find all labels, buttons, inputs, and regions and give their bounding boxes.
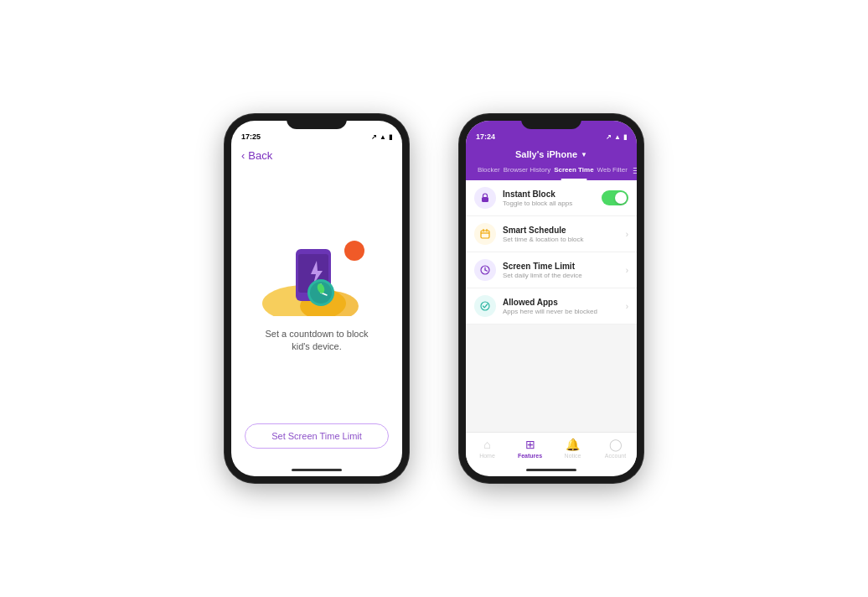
instant-block-subtitle: Toggle to block all apps [503,200,595,207]
screen-time-limit-chevron: › [626,266,628,275]
features-icon: ⊞ [525,438,535,451]
back-button[interactable]: Back [248,149,272,162]
set-screen-time-button[interactable]: Set Screen Time Limit [245,423,389,449]
screen-time-limit-icon [474,259,496,281]
status-icons-right: ↗ ▲ ▮ [606,133,627,141]
allowed-apps-icon [474,295,496,317]
instant-block-toggle[interactable] [602,190,628,205]
status-time-left: 17:25 [241,132,261,141]
wifi-icon: ▲ [380,133,386,141]
allowed-apps-text: Allowed Apps Apps here will never be blo… [503,298,619,315]
smart-schedule-subtitle: Set time & location to block [503,236,619,243]
svg-line-18 [485,270,488,271]
battery-icon: ▮ [389,133,392,141]
nav-account[interactable]: ◯ Account [594,438,637,459]
hamburger-icon[interactable]: ☰ [629,163,637,180]
battery-icon-r: ▮ [623,133,627,141]
status-time-right: 17:24 [476,132,495,141]
svg-rect-12 [481,231,489,238]
smart-schedule-chevron: › [626,230,628,239]
features-label: Features [518,453,542,459]
nav-home[interactable]: ⌂ Home [466,438,509,459]
allowed-apps-subtitle: Apps here will never be blocked [503,308,619,315]
location-icon: ↗ [371,133,377,141]
screen-time-limit-text: Screen Time Limit Set daily limit of the… [503,262,619,279]
device-dropdown-icon[interactable]: ▼ [581,151,587,158]
tab-screen-time[interactable]: Screen Time [552,163,595,180]
status-icons-left: ↗ ▲ ▮ [371,133,392,141]
notice-label: Notice [565,453,581,459]
menu-item-allowed-apps[interactable]: Allowed Apps Apps here will never be blo… [466,288,637,324]
tabs-bar: Blocker Browser History Screen Time Web … [474,163,628,180]
svg-rect-11 [482,197,488,202]
account-icon: ◯ [609,438,623,451]
illustration-area: Set a countdown to block kid's device. [231,167,402,410]
location-icon-r: ↗ [606,133,612,141]
cta-button-area: Set Screen Time Limit [231,410,402,465]
notch-right [521,114,581,129]
purple-header: Sally's iPhone ▼ Blocker Browser History… [466,144,637,180]
nav-notice[interactable]: 🔔 Notice [551,438,594,459]
svg-point-2 [344,241,364,261]
home-label: Home [479,453,495,459]
notch-left [287,114,347,129]
tab-blocker[interactable]: Blocker [476,163,502,180]
notice-icon: 🔔 [566,438,580,451]
instant-block-title: Instant Block [503,189,595,199]
menu-list: Instant Block Toggle to block all apps [466,180,637,432]
menu-item-smart-schedule[interactable]: Smart Schedule Set time & location to bl… [466,216,637,252]
menu-item-screen-time-limit[interactable]: Screen Time Limit Set daily limit of the… [466,252,637,288]
back-arrow-icon: ‹ [241,149,245,162]
smart-schedule-icon [474,223,496,245]
allowed-apps-chevron: › [626,302,628,311]
caption-text: Set a countdown to block kid's device. [248,328,385,354]
screen-time-limit-subtitle: Set daily limit of the device [503,272,619,279]
account-label: Account [605,453,626,459]
instant-block-text: Instant Block Toggle to block all apps [503,189,595,207]
smart-schedule-text: Smart Schedule Set time & location to bl… [503,226,619,243]
tab-browser-history[interactable]: Browser History [502,163,552,180]
nav-features[interactable]: ⊞ Features [509,438,551,459]
screen-time-limit-title: Screen Time Limit [503,262,619,271]
toggle-knob [615,192,627,204]
wifi-icon-r: ▲ [614,133,621,141]
tab-web-filter[interactable]: Web Filter [596,163,629,180]
device-title-row: Sally's iPhone ▼ [474,148,628,163]
back-nav: ‹ Back [231,144,402,167]
home-bar-left [292,469,342,471]
allowed-apps-title: Allowed Apps [503,298,619,307]
smart-schedule-title: Smart Schedule [503,226,619,235]
phone-left: 17:25 ↗ ▲ ▮ ‹ Back [225,114,409,483]
device-title: Sally's iPhone [515,149,577,159]
instant-block-icon [474,187,496,209]
home-icon: ⌂ [483,438,490,451]
home-bar-right [526,469,576,471]
menu-item-instant-block[interactable]: Instant Block Toggle to block all apps [466,180,637,216]
bottom-nav: ⌂ Home ⊞ Features 🔔 Notice ◯ Account [466,432,637,465]
illustration-svg [258,232,375,316]
phone-right: 17:24 ↗ ▲ ▮ Sally's iPhone ▼ Blocker Bro… [459,114,643,483]
